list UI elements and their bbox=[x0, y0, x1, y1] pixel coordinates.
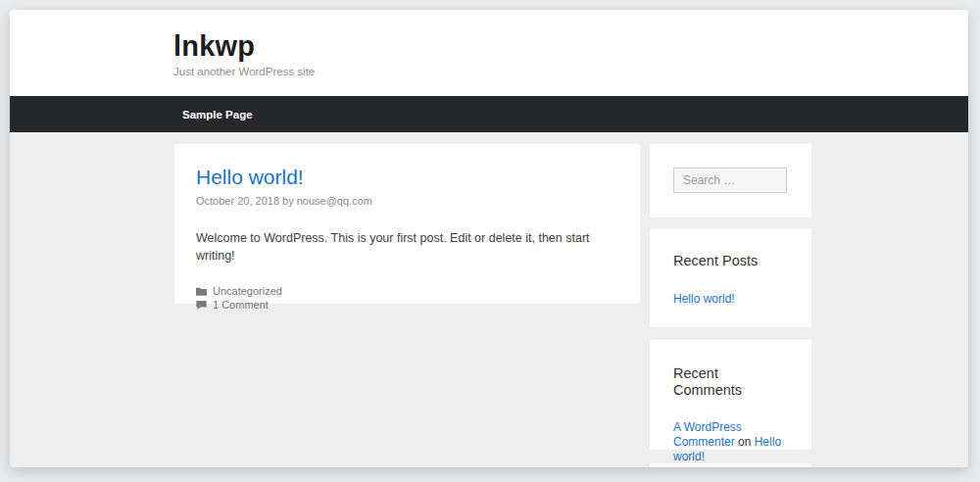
commenter-link[interactable]: A WordPress Commenter bbox=[673, 420, 742, 449]
on-text: on bbox=[735, 435, 755, 449]
sidebar: Recent Posts Hello world! Recent Comment… bbox=[650, 144, 811, 467]
post-card: Hello world! October 20, 2018 by nouse@q… bbox=[174, 144, 640, 304]
recent-post-link[interactable]: Hello world! bbox=[673, 292, 735, 306]
site-header: lnkwp Just another WordPress site bbox=[10, 10, 968, 96]
post-category-link[interactable]: Uncategorized bbox=[196, 285, 618, 298]
site-title-link[interactable]: lnkwp bbox=[173, 31, 968, 63]
folder-icon bbox=[196, 286, 207, 297]
comment-icon bbox=[196, 300, 207, 311]
content-row: Hello world! October 20, 2018 by nouse@q… bbox=[174, 144, 811, 467]
post-category-label: Uncategorized bbox=[213, 285, 282, 298]
recent-comments-heading: Recent Comments bbox=[673, 365, 788, 400]
search-widget bbox=[650, 144, 811, 217]
content-area: Hello world! October 20, 2018 by nouse@q… bbox=[10, 132, 968, 467]
recent-posts-heading: Recent Posts bbox=[673, 253, 788, 269]
search-input[interactable] bbox=[673, 168, 787, 193]
site-tagline: Just another WordPress site bbox=[173, 66, 968, 77]
post-footer-meta: Uncategorized 1 Comment bbox=[196, 285, 618, 312]
post-comments-link[interactable]: 1 Comment bbox=[196, 299, 618, 312]
main-column: Hello world! October 20, 2018 by nouse@q… bbox=[174, 144, 640, 467]
recent-posts-widget: Recent Posts Hello world! bbox=[650, 228, 811, 327]
recent-posts-list: Hello world! bbox=[673, 292, 788, 307]
post-title-link[interactable]: Hello world! bbox=[196, 166, 618, 189]
nav-item-sample-page[interactable]: Sample Page bbox=[169, 96, 267, 132]
post-meta: October 20, 2018 by nouse@qq.com bbox=[196, 195, 618, 207]
recent-comments-widget: Recent Comments A WordPress Commenter on… bbox=[650, 340, 811, 450]
page-container: lnkwp Just another WordPress site Sample… bbox=[10, 10, 968, 467]
recent-comments-list: A WordPress Commenter on Hello world! bbox=[673, 420, 788, 464]
post-comments-label: 1 Comment bbox=[213, 299, 269, 312]
main-nav: Sample Page bbox=[10, 96, 968, 132]
post-excerpt: Welcome to WordPress. This is your first… bbox=[196, 230, 618, 265]
